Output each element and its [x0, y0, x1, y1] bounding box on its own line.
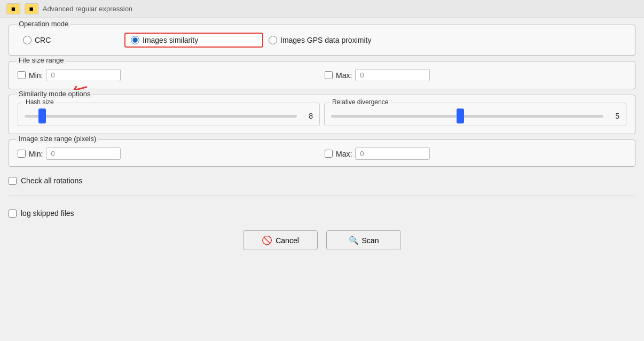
- top-bar: ■ ■ Advanced regular expression: [0, 0, 644, 18]
- radio-images-gps-input[interactable]: [269, 36, 277, 44]
- hash-size-slider-row: 8: [25, 112, 313, 120]
- image-size-range-section: Image size range (pixels) Min: Max:: [9, 140, 635, 167]
- check-all-rotations-checkbox[interactable]: [9, 177, 17, 185]
- file-size-range-label: File size range: [17, 56, 66, 64]
- divider: [9, 196, 635, 196]
- log-skipped-row: log skipped files: [9, 207, 635, 220]
- relative-divergence-slider-row: 5: [331, 112, 619, 120]
- image-size-row: Min: Max:: [18, 148, 626, 160]
- file-size-max-field: Max:: [325, 69, 626, 81]
- image-size-min-label: Min:: [29, 150, 43, 158]
- button-row: 🚫 Cancel 🔍 Scan: [9, 225, 635, 253]
- image-size-max-label: Max:: [336, 150, 352, 158]
- log-skipped-checkbox[interactable]: [9, 210, 17, 218]
- relative-divergence-slider-thumb[interactable]: [457, 108, 464, 123]
- cancel-label: Cancel: [276, 236, 299, 245]
- hash-size-slider-thumb[interactable]: [38, 108, 46, 123]
- file-size-max-input[interactable]: [355, 69, 430, 81]
- relative-divergence-slider-track[interactable]: [331, 115, 603, 118]
- relative-divergence-value: 5: [609, 112, 619, 120]
- relative-divergence-group: Relative divergence 5: [324, 103, 626, 126]
- relative-divergence-label: Relative divergence: [330, 98, 390, 106]
- scan-icon: 🔍: [349, 236, 359, 245]
- radio-images-similarity-label: Images similarity: [143, 36, 198, 44]
- image-size-max-field: Max:: [325, 148, 626, 160]
- operation-mode-section: Operation mode CRC Images similarity Ima…: [9, 25, 635, 56]
- similarity-wrapper: ↘ Similarity mode options Hash size 8: [9, 95, 635, 134]
- scan-button[interactable]: 🔍 Scan: [326, 230, 401, 250]
- image-size-min-checkbox[interactable]: [18, 150, 26, 158]
- main-container: ■ ■ Advanced regular expression Operatio…: [0, 0, 644, 341]
- cancel-icon: 🚫: [262, 235, 272, 245]
- file-size-min-label: Min:: [29, 71, 43, 80]
- radio-images-similarity-input[interactable]: [131, 36, 139, 44]
- log-skipped-label: log skipped files: [21, 209, 74, 218]
- hash-size-value: 8: [302, 112, 313, 120]
- check-all-rotations-label: Check all rotations: [21, 176, 82, 185]
- similarity-inner: Hash size 8 Relative divergence: [18, 103, 626, 126]
- image-size-max-checkbox[interactable]: [325, 150, 333, 158]
- operation-mode-radio-row: CRC Images similarity Images GPS data pr…: [18, 33, 626, 48]
- image-size-min-field: Min:: [18, 148, 319, 160]
- scan-label: Scan: [362, 236, 379, 245]
- radio-images-gps-label: Images GPS data proximity: [280, 36, 371, 44]
- image-size-range-label: Image size range (pixels): [17, 135, 98, 143]
- check-all-rotations-row: Check all rotations: [9, 174, 635, 187]
- similarity-mode-label: Similarity mode options: [17, 90, 92, 98]
- top-bar-button2[interactable]: ■: [25, 3, 38, 14]
- file-size-row: Min: Max:: [18, 69, 626, 81]
- cancel-button[interactable]: 🚫 Cancel: [243, 230, 318, 250]
- file-size-min-checkbox[interactable]: [18, 71, 26, 79]
- file-size-max-label: Max:: [336, 71, 352, 80]
- file-size-min-input[interactable]: [46, 69, 121, 81]
- radio-crc-input[interactable]: [23, 36, 32, 44]
- operation-mode-label: Operation mode: [17, 20, 70, 28]
- hash-size-group: Hash size 8: [18, 103, 320, 126]
- image-size-min-input[interactable]: [46, 148, 121, 160]
- file-size-max-checkbox[interactable]: [325, 71, 333, 79]
- content-area: Operation mode CRC Images similarity Ima…: [0, 18, 644, 341]
- top-bar-label: Advanced regular expression: [43, 5, 132, 13]
- top-bar-button[interactable]: ■: [6, 3, 20, 14]
- radio-crc[interactable]: CRC: [18, 34, 124, 46]
- similarity-mode-section: Similarity mode options Hash size 8: [9, 95, 635, 134]
- radio-images-gps[interactable]: Images GPS data proximity: [263, 34, 626, 46]
- hash-size-slider-track[interactable]: [25, 115, 297, 118]
- radio-crc-label: CRC: [35, 36, 51, 44]
- file-size-range-section: File size range Min: Max:: [9, 61, 635, 89]
- radio-images-similarity[interactable]: Images similarity: [124, 33, 263, 48]
- image-size-max-input[interactable]: [355, 148, 430, 160]
- file-size-min-field: Min:: [18, 69, 319, 81]
- hash-size-label: Hash size: [23, 98, 56, 106]
